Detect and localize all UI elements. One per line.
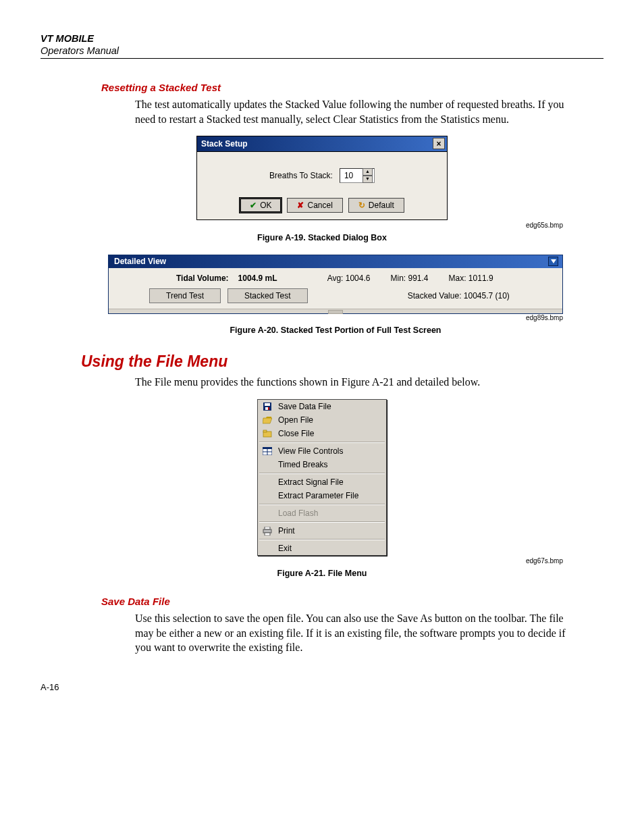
- menu-save-label: Save Data File: [278, 402, 331, 411]
- stack-setup-dialog: Stack Setup × Breaths To Stack: ▲ ▼ ✔ OK…: [196, 136, 448, 220]
- menu-load-flash: Load Flash: [258, 506, 386, 520]
- heading-file-menu: Using the File Menu: [81, 353, 603, 371]
- menu-extract-signal[interactable]: Extract Signal File: [258, 475, 386, 489]
- detailed-view-title: Detailed View: [114, 257, 166, 266]
- menu-loadflash-label: Load Flash: [278, 509, 318, 518]
- collapse-icon[interactable]: [548, 257, 558, 266]
- fig20-filename: edg89s.bmp: [41, 314, 563, 321]
- cancel-label: Cancel: [307, 201, 332, 210]
- svg-rect-14: [263, 529, 271, 533]
- controls-icon: [262, 447, 273, 455]
- tidal-volume-label: Tidal Volume:: [176, 273, 229, 283]
- para-file-menu: The File menu provides the functions sho…: [135, 375, 567, 390]
- menu-exit-label: Exit: [278, 544, 292, 553]
- ok-label: OK: [260, 201, 271, 210]
- menu-timed-breaks[interactable]: Timed Breaks: [258, 458, 386, 471]
- min-value: Min: 991.4: [390, 273, 428, 283]
- menu-open-file[interactable]: Open File: [258, 413, 386, 427]
- heading-save-data-file: Save Data File: [101, 596, 603, 607]
- default-label: Default: [369, 201, 394, 210]
- page-header: VT MOBILE Operators Manual: [41, 32, 603, 59]
- refresh-icon: ↻: [358, 201, 365, 210]
- svg-rect-13: [265, 527, 270, 529]
- menu-extract-parameter[interactable]: Extract Parameter File: [258, 489, 386, 502]
- tidal-volume-value: 1004.9 mL: [238, 273, 277, 283]
- svg-rect-15: [265, 533, 270, 536]
- fig20-caption: Figure A-20. Stacked Test Portion of Ful…: [68, 325, 603, 335]
- menu-view-file-controls[interactable]: View File Controls: [258, 444, 386, 458]
- print-icon: [262, 527, 273, 536]
- menu-separator: [259, 539, 385, 540]
- fig19-caption: Figure A-19. Stacked Dialog Box: [41, 233, 603, 242]
- menu-separator: [259, 521, 385, 523]
- stacked-test-button[interactable]: Stacked Test: [227, 288, 307, 303]
- menu-viewctrl-label: View File Controls: [278, 446, 343, 456]
- breaths-to-stack-input[interactable]: [343, 170, 360, 181]
- menu-print[interactable]: Print: [258, 524, 386, 538]
- menu-separator: [259, 473, 385, 474]
- stack-setup-title: Stack Setup: [201, 139, 433, 149]
- save-icon: [262, 402, 273, 411]
- stack-setup-titlebar[interactable]: Stack Setup ×: [197, 136, 447, 152]
- menu-extract-sig-label: Extract Signal File: [278, 477, 344, 487]
- menu-separator: [259, 504, 385, 505]
- menu-close-label: Close File: [278, 429, 314, 438]
- default-button[interactable]: ↻ Default: [348, 198, 404, 213]
- spinner-up-icon[interactable]: ▲: [363, 168, 373, 176]
- para-resetting: The test automatically updates the Stack…: [135, 97, 567, 126]
- menu-close-file[interactable]: Close File: [258, 427, 386, 440]
- max-value: Max: 1011.9: [449, 273, 493, 283]
- fig19-filename: edg65s.bmp: [41, 221, 563, 229]
- menu-extract-par-label: Extract Parameter File: [278, 491, 358, 500]
- svg-rect-8: [263, 430, 267, 432]
- menu-exit[interactable]: Exit: [258, 542, 386, 555]
- menu-save-data-file[interactable]: Save Data File: [258, 400, 386, 413]
- breaths-to-stack-label: Breaths To Stack:: [269, 171, 333, 180]
- para-save-data-file: Use this selection to save the open file…: [135, 611, 567, 655]
- svg-rect-4: [268, 407, 269, 410]
- splitter-handle[interactable]: [109, 309, 562, 313]
- close-icon[interactable]: ×: [433, 138, 445, 149]
- svg-marker-6: [263, 418, 272, 423]
- fig21-filename: edg67s.bmp: [41, 557, 563, 565]
- header-title: VT MOBILE: [41, 32, 603, 45]
- svg-rect-2: [265, 403, 270, 406]
- avg-value: Avg: 1004.6: [327, 273, 371, 283]
- page-number: A-16: [41, 682, 603, 692]
- folder-icon: [262, 429, 273, 438]
- svg-marker-0: [551, 259, 556, 263]
- header-subtitle: Operators Manual: [41, 45, 603, 57]
- menu-timed-label: Timed Breaks: [278, 460, 328, 469]
- file-menu: Save Data File Open File Close File View…: [257, 399, 387, 556]
- x-icon: ✘: [297, 201, 304, 210]
- cancel-button[interactable]: ✘ Cancel: [287, 198, 342, 213]
- ok-button[interactable]: ✔ OK: [240, 198, 281, 213]
- spinner-down-icon[interactable]: ▼: [363, 176, 373, 183]
- open-folder-icon: [262, 416, 273, 424]
- stacked-value: Stacked Value: 10045.7 (10): [315, 291, 549, 301]
- heading-resetting: Resetting a Stacked Test: [101, 82, 603, 93]
- trend-test-button[interactable]: Trend Test: [149, 288, 221, 303]
- breaths-to-stack-spinner[interactable]: ▲ ▼: [340, 168, 375, 183]
- fig21-caption: Figure A-21. File Menu: [41, 569, 603, 578]
- check-icon: ✔: [250, 201, 257, 210]
- detailed-view-titlebar[interactable]: Detailed View: [109, 255, 562, 268]
- menu-separator: [259, 442, 385, 443]
- detailed-view-panel: Detailed View Tidal Volume: 1004.9 mL Av…: [108, 255, 563, 314]
- menu-open-label: Open File: [278, 415, 313, 425]
- menu-print-label: Print: [278, 526, 295, 536]
